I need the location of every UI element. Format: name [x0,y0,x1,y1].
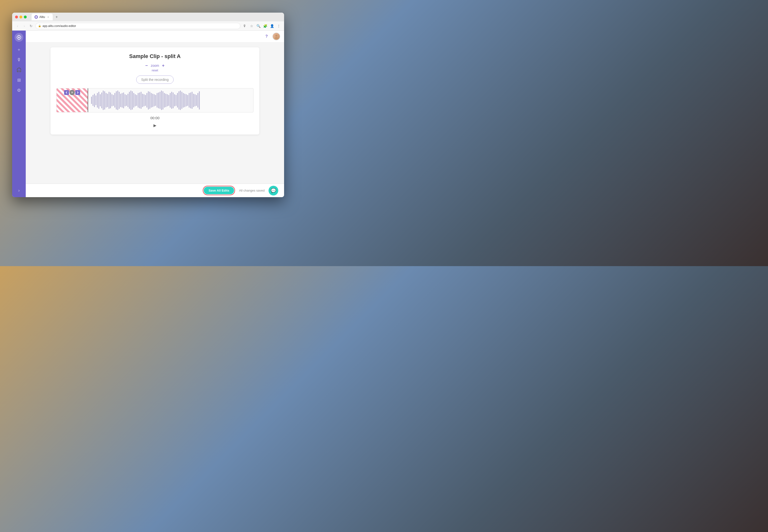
chat-icon: 💬 [271,188,276,193]
back-button[interactable]: ‹ [15,24,20,28]
traffic-lights [15,16,27,18]
url-text: app.alitu.com/audio-editor [42,24,76,28]
sidebar-item-add[interactable]: ＋ [15,45,23,54]
waveform-bar [145,95,146,106]
waveform-bar [192,92,193,109]
sidebar: ＋ 🎙 🎧 ⊞ ⚙ › [12,31,26,197]
waveform-bar [176,95,177,106]
main-content: ? Sample Clip - split A − [26,31,284,197]
browser-window: Alitu × + ‹ › ↻ 🔒 app.alitu.com/audio-ed… [12,13,284,197]
svg-point-5 [275,35,277,37]
waveform-bar [197,93,198,108]
waveform-bar [107,94,108,107]
footer-bar: Save All Edits All changes saved 💬 [26,184,284,197]
maximize-window-button[interactable] [24,16,27,18]
split-recording-button[interactable]: Split the recording [136,76,174,84]
waveform-bar [186,94,187,106]
zoom-in-button[interactable]: + [162,63,165,68]
bookmark-icon[interactable]: ☆ [249,24,254,28]
title-bar: Alitu × + [12,13,284,21]
profile-icon[interactable]: 👤 [270,24,274,28]
waveform-bar [183,93,184,108]
waveform-bar [103,91,104,110]
chevron-right-icon: › [18,188,20,193]
zoom-out-button[interactable]: − [145,63,148,68]
waveform-bar [170,93,171,108]
save-all-edits-button[interactable]: Save All Edits [204,187,234,194]
waveform-selected-region[interactable]: ✕ [57,88,88,112]
waveform-bar [93,95,93,106]
tab-title: Alitu [39,15,45,19]
waveform-container[interactable]: ✕ [56,88,253,112]
playback-controls: 00:00 ▶ [56,116,253,129]
waveform-bar [171,92,172,109]
tab-close-button[interactable]: × [46,15,50,19]
waveform-bar [138,93,139,108]
waveform-bar [94,94,95,107]
waveform-bar [109,92,110,109]
new-tab-button[interactable]: + [54,14,59,20]
waveform-bar [125,94,126,106]
waveform-bar [194,94,195,106]
zoom-browser-icon[interactable]: 🔍 [256,24,261,28]
close-window-button[interactable] [15,16,18,18]
mic-browser-icon[interactable]: 🎙 [242,24,247,28]
svg-point-6 [275,37,278,39]
sidebar-expand-button[interactable]: › [15,186,23,195]
zoom-reset-button[interactable]: reset [56,69,253,72]
waveform-bar [106,93,107,108]
waveform-bar [135,94,136,106]
sidebar-item-settings[interactable]: ⚙ [15,86,23,95]
time-display: 00:00 [150,116,160,120]
selection-handle-right[interactable] [75,90,80,95]
svg-point-0 [35,16,37,18]
selection-delete-button[interactable]: ✕ [69,90,75,95]
waveform-bar [187,95,188,106]
address-actions: 🎙 ☆ 🔍 🧩 👤 ⋮ [242,24,281,28]
waveform-bars [88,88,253,112]
waveform-bar [177,93,178,108]
waveform-bar [148,91,149,110]
waveform-bar [181,92,182,109]
selection-handles: ✕ [64,90,80,95]
url-input[interactable]: 🔒 app.alitu.com/audio-editor [35,23,240,29]
waveform-bar [104,91,105,110]
user-avatar[interactable] [272,33,280,40]
waveform-bar [189,93,190,108]
waveform-bar [158,93,159,108]
forward-button[interactable]: › [22,24,27,28]
waveform-bar [127,94,128,107]
editor-card: Sample Clip - split A − zoom + reset Spl… [51,47,259,135]
waveform-bar [154,94,155,106]
minimize-window-button[interactable] [19,16,22,18]
address-bar: ‹ › ↻ 🔒 app.alitu.com/audio-editor 🎙 ☆ 🔍… [12,21,284,31]
selection-handle-left[interactable] [64,90,69,95]
help-button[interactable]: ? [264,34,270,39]
waveform-bar [167,94,168,106]
sidebar-item-grid[interactable]: ⊞ [15,76,23,84]
extensions-icon[interactable]: 🧩 [263,24,268,28]
waveform-bar [120,94,121,107]
sidebar-item-record[interactable]: 🎙 [15,55,23,64]
waveform-bar [129,92,130,109]
sidebar-logo[interactable] [15,33,23,42]
clip-title: Sample Clip - split A [56,53,253,59]
waveform-bar [151,93,152,108]
waveform-bar [174,94,175,106]
add-icon: ＋ [17,47,21,52]
svg-point-2 [18,37,20,38]
play-button[interactable]: ▶ [152,122,158,129]
sidebar-item-listen[interactable]: 🎧 [15,66,23,74]
reload-button[interactable]: ↻ [29,24,34,28]
waveform-bar [110,93,111,108]
menu-icon[interactable]: ⋮ [276,24,281,28]
waveform-bar [193,94,194,107]
chat-button[interactable]: 💬 [269,186,278,195]
waveform-bar [149,92,150,109]
waveform-bar [157,93,158,108]
waveform-bar [97,93,98,108]
waveform-bar [114,93,115,108]
waveform-bar [160,92,160,109]
browser-tab[interactable]: Alitu × [32,14,53,20]
save-button-wrapper: Save All Edits [203,186,235,195]
